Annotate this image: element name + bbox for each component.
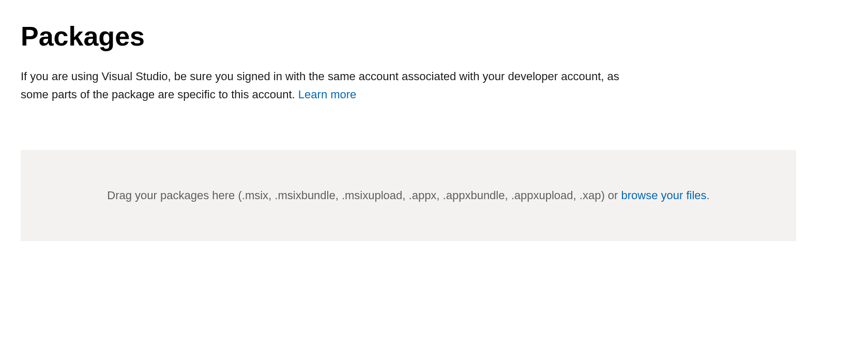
- learn-more-link[interactable]: Learn more: [298, 88, 357, 101]
- upload-drag-text: Drag your packages here (.msix, .msixbun…: [107, 189, 621, 202]
- browse-files-link[interactable]: browse your files: [621, 189, 707, 202]
- upload-suffix: .: [707, 189, 710, 202]
- description-text: If you are using Visual Studio, be sure …: [21, 67, 641, 103]
- upload-instructions: Drag your packages here (.msix, .msixbun…: [47, 186, 770, 204]
- packages-page: Packages If you are using Visual Studio,…: [21, 21, 847, 241]
- page-title: Packages: [21, 21, 847, 52]
- package-upload-dropzone[interactable]: Drag your packages here (.msix, .msixbun…: [21, 150, 796, 241]
